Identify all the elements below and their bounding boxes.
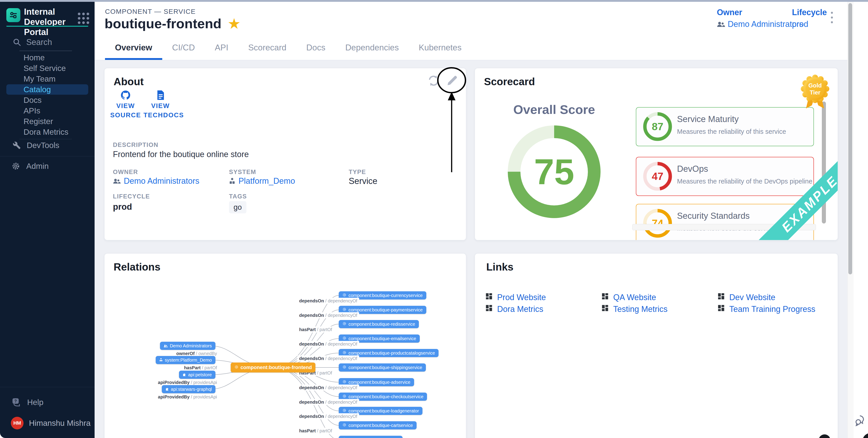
relation-node-center[interactable]: component:boutique-frontend	[231, 363, 315, 372]
relation-node-component-boutique-cartservice[interactable]: component:boutique-cartservice	[339, 421, 416, 429]
sidebar-item-self-service[interactable]: Self Service	[0, 63, 95, 73]
component-icon	[342, 437, 346, 438]
avatar: HM	[11, 417, 24, 429]
score-description: Measures the reliability of this service	[677, 128, 786, 135]
view-techdocs-button[interactable]: VIEW TECHDOCS	[144, 90, 177, 120]
apps-grid-icon[interactable]	[77, 12, 90, 26]
score-card-service-maturity[interactable]: 87Service MaturityMeasures the reliabili…	[636, 107, 814, 146]
overall-score-label: Overall Score	[475, 102, 633, 117]
header-owner: Owner Demo Administrators	[717, 8, 803, 29]
sidebar-item-apis[interactable]: APIs	[0, 106, 95, 116]
group-icon	[164, 343, 168, 348]
sidebar-item-home[interactable]: Home	[0, 53, 95, 63]
search-input[interactable]: Search	[26, 37, 52, 47]
relation-node-api-starwars-graphql[interactable]: api:starwars-graphql	[162, 385, 215, 393]
user-name: Himanshu Mishra	[29, 418, 91, 428]
tab-dependencies[interactable]: Dependencies	[335, 36, 409, 60]
description-value: Frontend for the boutique online store	[113, 149, 249, 159]
component-icon	[342, 408, 346, 413]
tab-overview[interactable]: Overview	[105, 36, 162, 60]
dashboard-icon	[485, 304, 493, 314]
wrench-icon	[13, 141, 21, 149]
api-icon	[183, 372, 186, 377]
component-icon	[342, 322, 346, 327]
help-chat-icon: ?	[12, 398, 21, 407]
relation-node-demo-administrators[interactable]: Demo Administrators	[160, 342, 215, 350]
tab-kubernetes[interactable]: Kubernetes	[409, 36, 471, 60]
system-field-label: SYSTEM	[229, 169, 256, 176]
entity-name: boutique-frontend	[104, 16, 221, 31]
owner-field-value: Demo Administrators	[124, 176, 199, 186]
sidebar-item-admin[interactable]: Admin	[11, 161, 49, 171]
system-icon	[159, 358, 163, 363]
link-team-training-progress[interactable]: Team Training Progress	[717, 304, 815, 314]
link-label: Team Training Progress	[729, 304, 815, 314]
system-field-link[interactable]: Platform_Demo	[229, 176, 295, 186]
overall-score-value: 75	[507, 124, 602, 219]
system-field-value: Platform_Demo	[239, 176, 295, 186]
chat-bubbles-icon[interactable]	[855, 414, 867, 427]
score-value: 47	[642, 161, 673, 192]
relation-node-partial[interactable]	[339, 436, 403, 438]
sidebar-item-dora-metrics[interactable]: Dora Metrics	[0, 127, 95, 137]
score-card-devops[interactable]: 47DevOpsMeasures the reliability of the …	[636, 157, 814, 196]
view-source-button[interactable]: VIEW SOURCE	[108, 90, 143, 120]
sidebar-item-help[interactable]: ? Help	[12, 397, 43, 407]
edge-label: dependsOn / dependencyOf	[297, 298, 359, 304]
link-dev-website[interactable]: Dev Website	[717, 292, 775, 302]
owner-field-link[interactable]: Demo Administrators	[113, 176, 199, 186]
sidebar-item-docs[interactable]: Docs	[0, 95, 95, 105]
system-icon	[229, 178, 235, 184]
relation-node-system-platform-demo[interactable]: system:Platform_Demo	[156, 356, 215, 364]
owner-link[interactable]: Demo Administrators	[717, 20, 803, 29]
dashboard-icon	[601, 292, 609, 302]
tag-chip[interactable]: go	[229, 201, 246, 213]
component-icon	[342, 423, 346, 428]
link-label: Prod Website	[497, 293, 546, 302]
type-field-value: Service	[349, 176, 377, 186]
annotation-circle-arrow	[430, 63, 480, 181]
relation-node-component-boutique-redisservice[interactable]: component:boutique-redisservice	[339, 320, 419, 328]
sidebar-item-register[interactable]: Register	[0, 116, 95, 127]
links-card: Links Prod WebsiteQA WebsiteDev WebsiteD…	[474, 253, 838, 438]
score-name: Security Standards	[677, 211, 750, 221]
tab-docs[interactable]: Docs	[297, 36, 335, 60]
tab-api[interactable]: API	[205, 36, 238, 60]
sidebar-item-devtools[interactable]: DevTools	[13, 140, 59, 150]
github-icon	[120, 90, 131, 100]
page-scrollbar-thumb[interactable]	[848, 3, 852, 274]
sidebar-search[interactable]: Search	[13, 37, 52, 47]
sidebar-nav: HomeSelf ServiceMy TeamCatalogDocsAPIsRe…	[0, 53, 95, 137]
breadcrumb: COMPONENT — SERVICE	[105, 8, 196, 15]
description-label: DESCRIPTION	[113, 141, 158, 148]
edge-label: apiProvidedBy / providesApi	[156, 394, 219, 400]
scorecard-title: Scorecard	[484, 75, 535, 88]
link-testing-metrics[interactable]: Testing Metrics	[601, 304, 668, 314]
star-icon[interactable]: ★	[228, 17, 240, 30]
nav-divider	[20, 139, 72, 139]
sidebar-item-my-team[interactable]: My Team	[0, 74, 95, 84]
component-icon	[342, 336, 346, 341]
tab-scorecard[interactable]: Scorecard	[238, 36, 297, 60]
link-dora-metrics[interactable]: Dora Metrics	[485, 304, 543, 314]
user-menu[interactable]: HM Himanshu Mishra	[11, 417, 91, 429]
page-title: boutique-frontend ★	[104, 16, 240, 31]
window-top-strip	[0, 0, 868, 2]
tab-ci-cd[interactable]: CI/CD	[162, 36, 205, 60]
edge-label: dependsOn / dependencyOf	[297, 413, 359, 419]
type-field-label: TYPE	[349, 169, 366, 176]
nav-divider	[0, 156, 95, 157]
search-icon	[13, 38, 21, 46]
link-qa-website[interactable]: QA Website	[601, 292, 656, 302]
relation-node-api-petstore[interactable]: api:petstore	[179, 371, 215, 379]
portal-title: Internal Developer Portal	[24, 7, 76, 37]
lifecycle-label: Lifecycle	[792, 8, 827, 17]
component-icon	[235, 365, 239, 370]
scorecard-card: Scorecard Overall Score 75 87Service Mat…	[474, 68, 838, 240]
edge-label: apiProvidedBy / providesApi	[156, 379, 219, 385]
link-prod-website[interactable]: Prod Website	[485, 292, 546, 302]
search-underline	[20, 50, 72, 51]
more-options-icon[interactable]	[831, 12, 833, 23]
sidebar-item-catalog[interactable]: Catalog	[6, 84, 88, 95]
relation-node-component-boutique-shippingservice[interactable]: component:boutique-shippingservice	[339, 363, 426, 372]
